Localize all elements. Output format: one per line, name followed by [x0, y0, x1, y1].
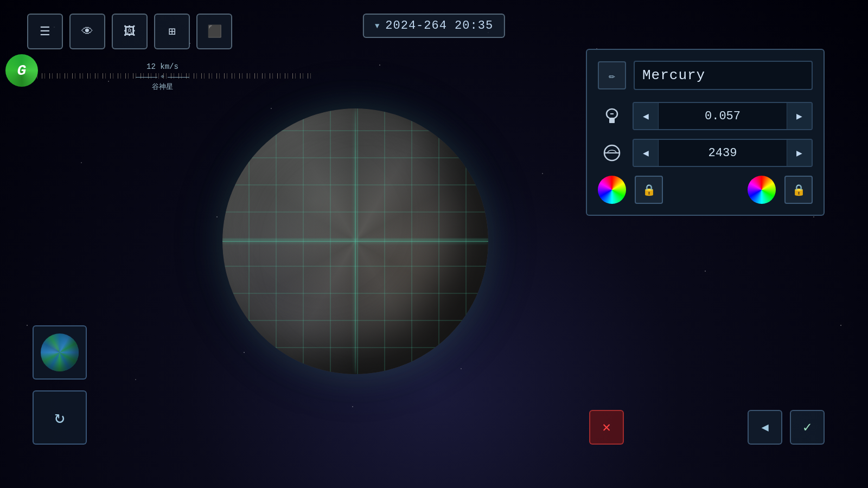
screenshot-button[interactable]: 🖼 — [112, 14, 148, 49]
info-panel: ✏ Mercury ◀ 0.057 ▶ — [586, 49, 825, 216]
confirm-icon: ✓ — [803, 419, 812, 436]
image-icon: 🖼 — [124, 24, 136, 39]
planet-container — [206, 92, 505, 390]
speed-label: 谷神星 — [136, 82, 189, 92]
radius-icon — [598, 139, 626, 167]
edit-button[interactable]: ✏ — [598, 61, 626, 89]
spacer — [631, 410, 740, 445]
lock-icon-2: 🔒 — [792, 183, 806, 197]
planet-vline — [355, 108, 356, 374]
grid-icon: ⊞ — [168, 24, 175, 39]
radius-row: ◀ 2439 ▶ — [598, 139, 813, 167]
record-button[interactable]: ⬛ — [196, 14, 232, 49]
record-icon: ⬛ — [207, 24, 222, 39]
secondary-lock-button[interactable]: 🔒 — [784, 176, 813, 204]
speed-line-right — [168, 77, 189, 78]
logo[interactable]: G — [5, 54, 43, 92]
color-row: 🔒 🔒 — [598, 176, 813, 204]
radius-value: 2439 — [659, 142, 787, 164]
mass-control: ◀ 0.057 ▶ — [633, 102, 813, 130]
mass-row: ◀ 0.057 ▶ — [598, 102, 813, 130]
mass-value: 0.057 — [659, 105, 787, 127]
bottom-buttons: ✕ ◀ ✓ — [589, 410, 825, 445]
speed-bracket-symbol: ⌖ — [161, 73, 164, 81]
planet-name-row: ✏ Mercury — [598, 61, 813, 90]
edit-icon: ✏ — [609, 69, 615, 82]
menu-icon: ☰ — [40, 24, 50, 39]
view-button[interactable]: 👁 — [69, 14, 105, 49]
svg-rect-1 — [609, 118, 615, 123]
mass-icon — [598, 102, 626, 130]
radius-control: ◀ 2439 ▶ — [633, 139, 813, 167]
toolbar: ☰ 👁 🖼 ⊞ ⬛ — [27, 14, 232, 49]
sphere-icon-svg — [602, 143, 622, 163]
earth-thumbnail-button[interactable] — [33, 325, 87, 380]
planet-name-display: Mercury — [634, 61, 813, 90]
time-value: 2024-264 20:35 — [385, 19, 493, 33]
back-button[interactable]: ◀ — [748, 410, 782, 445]
refresh-button[interactable]: ↻ — [33, 390, 87, 445]
eye-icon: 👁 — [81, 24, 93, 39]
radius-decrease-button[interactable]: ◀ — [634, 140, 659, 166]
grid-button[interactable]: ⊞ — [154, 14, 190, 49]
earth-thumbnail — [41, 333, 79, 371]
confirm-button[interactable]: ✓ — [790, 410, 825, 445]
left-arrow-icon: ◀ — [643, 112, 649, 120]
primary-color-picker[interactable] — [598, 176, 626, 204]
menu-button[interactable]: ☰ — [27, 14, 63, 49]
mass-increase-button[interactable]: ▶ — [787, 103, 812, 129]
primary-lock-button[interactable]: 🔒 — [635, 176, 663, 204]
weight-icon-svg — [602, 106, 622, 126]
speed-indicator: 12 km/s ⌖ 谷神星 — [136, 62, 189, 92]
delete-icon: ✕ — [602, 419, 611, 436]
left-arrow-icon-2: ◀ — [643, 149, 649, 157]
lock-icon-1: 🔒 — [642, 183, 656, 197]
speed-bracket: ⌖ — [136, 73, 189, 81]
speed-line-left — [136, 77, 157, 78]
secondary-color-picker[interactable] — [748, 176, 776, 204]
radius-increase-button[interactable]: ▶ — [787, 140, 812, 166]
dropdown-arrow: ▼ — [375, 22, 380, 30]
logo-circle: G — [5, 54, 38, 87]
side-panel: ↻ — [33, 325, 87, 445]
back-icon: ◀ — [761, 420, 768, 435]
right-arrow-icon-2: ▶ — [796, 149, 802, 157]
logo-letter: G — [17, 62, 27, 79]
speed-value: 12 km/s — [136, 62, 189, 71]
refresh-icon: ↻ — [54, 407, 65, 428]
mass-decrease-button[interactable]: ◀ — [634, 103, 659, 129]
mercury-planet — [222, 108, 488, 374]
time-display[interactable]: ▼ 2024-264 20:35 — [363, 14, 505, 38]
delete-button[interactable]: ✕ — [589, 410, 624, 445]
right-arrow-icon: ▶ — [796, 112, 802, 120]
